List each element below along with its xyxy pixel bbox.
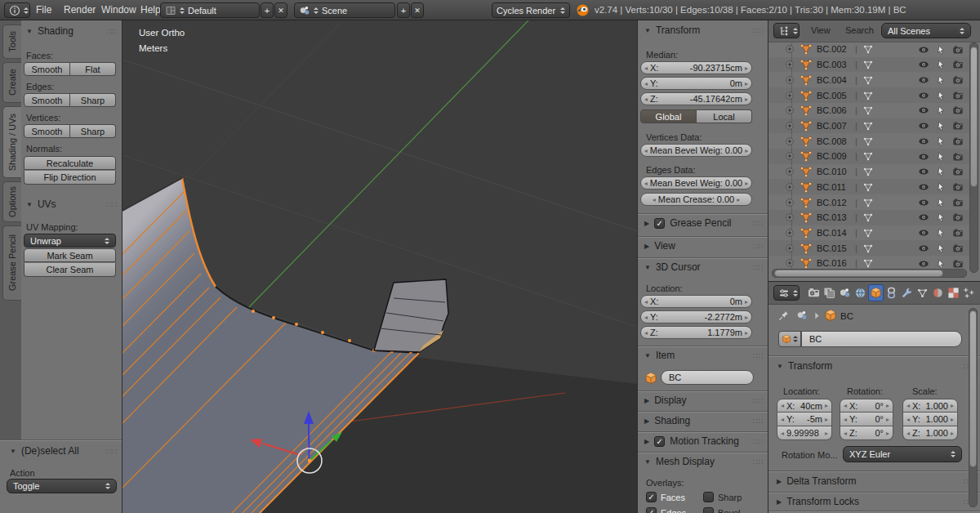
cursor-icon[interactable] (936, 198, 946, 207)
scale-z-field[interactable]: Z:1.000 (902, 426, 958, 440)
scene-selector[interactable]: Scene (294, 2, 395, 18)
camera-icon[interactable] (952, 197, 964, 208)
cursor-icon[interactable] (936, 259, 946, 269)
breadcrumb-object-icon[interactable] (824, 309, 837, 322)
viewport-canvas[interactable] (122, 20, 637, 513)
screen-layout-selector[interactable]: Default (160, 2, 260, 18)
object-name-field[interactable]: BC (801, 331, 962, 347)
object-name[interactable]: BC.003 (817, 60, 855, 69)
camera-icon[interactable] (952, 181, 964, 193)
object-name[interactable]: BC.007 (817, 121, 855, 131)
expand-icon[interactable] (785, 228, 795, 238)
panel-drag-dots[interactable] (752, 396, 763, 405)
motion-tracking-checkbox[interactable] (654, 436, 665, 447)
object-name[interactable]: BC.014 (817, 228, 855, 238)
expand-icon[interactable] (785, 60, 795, 69)
outliner-row[interactable]: BC.004 | (768, 72, 970, 87)
median-x-field[interactable]: X:-90.23715cm (640, 61, 752, 74)
tab-shading-uvs[interactable]: Shading / UVs (2, 106, 21, 178)
panel-drag-dots[interactable] (106, 447, 117, 456)
mesh-end-cap[interactable] (374, 279, 448, 352)
edges-sharp-button[interactable]: Sharp (70, 93, 116, 107)
panel-drag-dots[interactable] (752, 263, 763, 272)
menu-help[interactable]: Help (140, 4, 161, 16)
expand-icon[interactable] (785, 121, 795, 131)
outliner-row[interactable]: BC.003 | (768, 57, 970, 73)
expand-icon[interactable] (785, 258, 795, 268)
uvs-panel-header[interactable]: UVs (26, 199, 117, 210)
object-name[interactable]: BC.016 (817, 258, 855, 268)
camera-icon[interactable] (952, 227, 964, 239)
camera-icon[interactable] (952, 74, 964, 86)
location-y-field[interactable]: Y:-5m (777, 413, 832, 426)
shading-panel-header-n[interactable]: Shading (644, 415, 763, 426)
object-name[interactable]: BC.010 (817, 167, 855, 176)
object-transform-panel-header[interactable]: Transform (777, 360, 973, 372)
outliner-row[interactable]: BC.008 | (768, 133, 970, 149)
cursor-icon[interactable] (936, 228, 946, 238)
rotation-z-field[interactable]: Z:0° (840, 426, 893, 440)
tab-create[interactable]: Create (2, 62, 21, 103)
object-name[interactable]: BC.006 (817, 105, 855, 115)
expand-icon[interactable] (785, 167, 795, 176)
camera-icon[interactable] (952, 44, 964, 56)
cursor-z-field[interactable]: Z:1.1779m (640, 326, 752, 339)
outliner-row[interactable]: BC.007 | (768, 118, 970, 134)
rotation-x-field[interactable]: X:0° (840, 399, 893, 413)
eye-icon[interactable] (918, 120, 929, 132)
object-name[interactable]: BC.009 (817, 151, 855, 161)
panel-drag-dots[interactable] (752, 457, 763, 466)
object-id-selector[interactable] (778, 331, 801, 347)
tab-material[interactable] (930, 284, 946, 301)
grease-pencil-checkbox[interactable] (654, 218, 665, 229)
object-name[interactable]: BC.008 (817, 136, 855, 146)
eye-icon[interactable] (918, 212, 929, 223)
object-name[interactable]: BC.002 (817, 44, 855, 54)
vertices-smooth-button[interactable]: Smooth (24, 124, 70, 138)
outliner-search-menu[interactable]: Search (845, 25, 874, 35)
outliner-row[interactable]: BC.012 | (768, 194, 970, 210)
eye-icon[interactable] (918, 227, 929, 239)
tab-modifiers[interactable] (899, 284, 915, 301)
rotation-y-field[interactable]: Y:0° (840, 413, 893, 426)
expand-icon[interactable] (785, 182, 795, 192)
panel-drag-dots[interactable] (752, 26, 763, 35)
panel-drag-dots[interactable] (106, 27, 117, 36)
menu-file[interactable]: File (36, 4, 51, 16)
mesh-display-panel-header[interactable]: Mesh Display (644, 456, 763, 467)
panel-drag-dots[interactable] (752, 351, 763, 360)
outliner-row[interactable]: BC.014 | (768, 225, 970, 241)
tab-object[interactable] (868, 284, 884, 301)
add-scene-button[interactable]: + (397, 2, 410, 18)
recalculate-button[interactable]: Recalculate (24, 156, 116, 170)
tab-tools[interactable]: Tools (2, 25, 21, 59)
cursor-icon[interactable] (936, 91, 946, 100)
outliner-row[interactable]: BC.006 | (768, 103, 970, 118)
editor-type-selector[interactable] (773, 285, 800, 301)
outliner-row[interactable]: BC.002 | (768, 42, 970, 57)
edges-smooth-button[interactable]: Smooth (24, 93, 70, 107)
eye-icon[interactable] (918, 243, 929, 254)
close-layout-button[interactable]: ✕ (274, 2, 287, 18)
outliner-row[interactable]: BC.005 | (768, 87, 970, 103)
local-toggle[interactable]: Local (697, 109, 752, 123)
item-panel-header[interactable]: Item (644, 350, 763, 361)
cursor-icon[interactable] (936, 121, 946, 131)
eye-icon[interactable] (918, 59, 929, 70)
camera-icon[interactable] (952, 105, 964, 116)
eye-icon[interactable] (918, 90, 929, 101)
cursor-icon[interactable] (936, 136, 946, 146)
location-z-field[interactable]: 9.99998 (777, 426, 832, 440)
rotation-mode-dropdown[interactable]: XYZ Euler (843, 446, 962, 462)
close-scene-button[interactable]: ✕ (411, 2, 424, 18)
outliner-view-menu[interactable]: View (811, 25, 831, 35)
cursor-icon[interactable] (936, 60, 946, 69)
tab-particles[interactable] (961, 284, 977, 301)
editor-type-selector[interactable] (773, 23, 800, 38)
cursor-icon[interactable] (936, 212, 946, 222)
faces-flat-button[interactable]: Flat (70, 62, 116, 76)
cursor-icon[interactable] (936, 105, 946, 115)
expand-icon[interactable] (785, 105, 795, 115)
expand-icon[interactable] (785, 198, 795, 207)
scale-x-field[interactable]: X:1.000 (902, 399, 958, 413)
